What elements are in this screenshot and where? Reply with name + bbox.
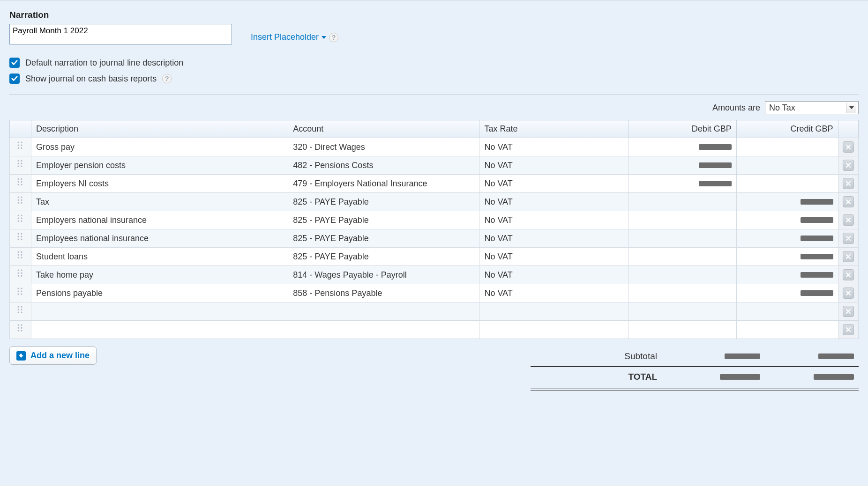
cell-debit[interactable] xyxy=(629,321,737,339)
cell-tax-rate[interactable]: No VAT xyxy=(479,156,629,175)
grip-icon: •••••• xyxy=(17,196,23,205)
delete-row-button[interactable] xyxy=(843,251,854,262)
cell-credit[interactable] xyxy=(736,321,838,339)
drag-handle[interactable]: •••••• xyxy=(10,175,31,193)
delete-row-button[interactable] xyxy=(843,324,854,335)
cell-description[interactable]: Employer pension costs xyxy=(31,156,288,175)
cell-description[interactable] xyxy=(31,302,288,321)
cell-credit[interactable] xyxy=(736,156,838,175)
cell-description[interactable] xyxy=(31,321,288,339)
help-icon[interactable]: ? xyxy=(329,33,338,42)
chevron-down-icon xyxy=(849,106,854,109)
delete-row-button[interactable] xyxy=(843,287,854,299)
cell-description[interactable]: Take home pay xyxy=(31,266,288,284)
grip-icon: •••••• xyxy=(17,251,23,259)
cell-debit[interactable] xyxy=(629,175,737,193)
delete-row-button[interactable] xyxy=(843,141,854,153)
cell-credit[interactable] xyxy=(736,266,838,284)
cell-account[interactable] xyxy=(288,302,479,321)
table-row: ••••••Employers national insurance825 - … xyxy=(10,211,859,229)
cell-description[interactable]: Employers national insurance xyxy=(31,211,288,229)
cell-tax-rate[interactable]: No VAT xyxy=(479,229,629,248)
drag-handle[interactable]: •••••• xyxy=(10,193,31,211)
cell-debit[interactable] xyxy=(629,211,737,229)
drag-handle[interactable]: •••••• xyxy=(10,229,31,248)
table-row: ••••••Employer pension costs482 - Pensio… xyxy=(10,156,859,175)
subtotal-credit xyxy=(760,351,854,361)
cell-debit[interactable] xyxy=(629,248,737,266)
cell-tax-rate[interactable]: No VAT xyxy=(479,211,629,229)
drag-handle[interactable]: •••••• xyxy=(10,284,31,302)
cell-description[interactable]: Employees national insurance xyxy=(31,229,288,248)
cell-debit[interactable] xyxy=(629,193,737,211)
delete-row-button[interactable] xyxy=(843,214,854,226)
cell-account[interactable]: 479 - Employers National Insurance xyxy=(288,175,479,193)
cell-debit[interactable] xyxy=(629,156,737,175)
cell-description[interactable]: Student loans xyxy=(31,248,288,266)
cell-account[interactable]: 825 - PAYE Payable xyxy=(288,229,479,248)
cell-tax-rate[interactable]: No VAT xyxy=(479,138,629,156)
cell-debit[interactable] xyxy=(629,284,737,302)
cell-account[interactable]: 825 - PAYE Payable xyxy=(288,248,479,266)
cell-account[interactable]: 814 - Wages Payable - Payroll xyxy=(288,266,479,284)
drag-handle[interactable]: •••••• xyxy=(10,321,31,339)
narration-input[interactable]: Payroll Month 1 2022 xyxy=(9,24,232,44)
insert-placeholder-link[interactable]: Insert Placeholder ? xyxy=(251,32,338,42)
cell-description[interactable]: Pensions payable xyxy=(31,284,288,302)
drag-handle[interactable]: •••••• xyxy=(10,302,31,321)
amounts-are-select[interactable]: No Tax xyxy=(765,101,859,114)
cell-credit[interactable] xyxy=(736,248,838,266)
close-icon xyxy=(846,162,851,168)
cell-tax-rate[interactable]: No VAT xyxy=(479,248,629,266)
show-cash-basis-checkbox[interactable] xyxy=(9,74,20,84)
cell-credit[interactable] xyxy=(736,302,838,321)
cell-debit[interactable] xyxy=(629,266,737,284)
cell-credit[interactable] xyxy=(736,175,838,193)
drag-handle[interactable]: •••••• xyxy=(10,138,31,156)
add-line-button[interactable]: Add a new line xyxy=(9,346,97,365)
subtotal-label: Subtotal xyxy=(535,351,676,361)
cell-credit[interactable] xyxy=(736,211,838,229)
cell-description[interactable]: Tax xyxy=(31,193,288,211)
cell-tax-rate[interactable]: No VAT xyxy=(479,284,629,302)
col-account: Account xyxy=(288,120,479,138)
cell-credit[interactable] xyxy=(736,193,838,211)
cell-description[interactable]: Gross pay xyxy=(31,138,288,156)
delete-row-button[interactable] xyxy=(843,269,854,280)
drag-handle[interactable]: •••••• xyxy=(10,248,31,266)
delete-row-button[interactable] xyxy=(843,196,854,207)
table-row: ••••••Employees national insurance825 - … xyxy=(10,229,859,248)
cell-description[interactable]: Employers NI costs xyxy=(31,175,288,193)
cell-debit[interactable] xyxy=(629,138,737,156)
cell-account[interactable]: 858 - Pensions Payable xyxy=(288,284,479,302)
subtotal-debit xyxy=(676,351,760,361)
default-narration-checkbox[interactable] xyxy=(9,58,20,68)
cell-credit[interactable] xyxy=(736,138,838,156)
drag-handle[interactable]: •••••• xyxy=(10,156,31,175)
select-toggle-button[interactable] xyxy=(846,103,856,113)
cell-account[interactable]: 825 - PAYE Payable xyxy=(288,211,479,229)
delete-row-button[interactable] xyxy=(843,233,854,244)
delete-row-button[interactable] xyxy=(843,306,854,317)
help-icon[interactable]: ? xyxy=(162,74,172,83)
close-icon xyxy=(846,181,851,186)
cell-account[interactable] xyxy=(288,321,479,339)
cell-tax-rate[interactable]: No VAT xyxy=(479,175,629,193)
drag-handle[interactable]: •••••• xyxy=(10,266,31,284)
cell-tax-rate[interactable] xyxy=(479,321,629,339)
cell-tax-rate[interactable]: No VAT xyxy=(479,193,629,211)
cell-account[interactable]: 825 - PAYE Payable xyxy=(288,193,479,211)
delete-row-button[interactable] xyxy=(843,178,854,189)
drag-handle[interactable]: •••••• xyxy=(10,211,31,229)
cell-debit[interactable] xyxy=(629,229,737,248)
cell-account[interactable]: 482 - Pensions Costs xyxy=(288,156,479,175)
cell-tax-rate[interactable] xyxy=(479,302,629,321)
cell-credit[interactable] xyxy=(736,284,838,302)
cell-tax-rate[interactable]: No VAT xyxy=(479,266,629,284)
cell-debit[interactable] xyxy=(629,302,737,321)
cell-credit[interactable] xyxy=(736,229,838,248)
delete-row-button[interactable] xyxy=(843,160,854,171)
close-icon xyxy=(846,144,851,150)
journal-lines-table: Description Account Tax Rate Debit GBP C… xyxy=(9,120,859,339)
cell-account[interactable]: 320 - Direct Wages xyxy=(288,138,479,156)
